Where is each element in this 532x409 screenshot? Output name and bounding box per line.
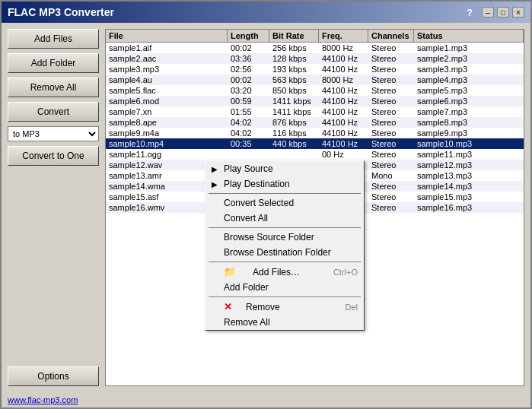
footer-link[interactable]: www.flac-mp3.com (8, 395, 78, 404)
convert-button[interactable]: Convert (8, 102, 99, 122)
cm-convert-all[interactable]: Convert All (205, 211, 364, 226)
cell-length: 04:02 (228, 128, 269, 138)
table-row[interactable]: sample9.m4a 04:02 116 kbps 44100 Hz Ster… (106, 128, 524, 138)
format-select[interactable]: to MP3 to FLAC to WAV to AAC (8, 126, 99, 141)
add-folder-button[interactable]: Add Folder (8, 53, 99, 73)
cell-status: sample7.mp3 (414, 106, 524, 117)
table-row[interactable]: sample3.mp3 02:56 193 kbps 44100 Hz Ster… (106, 64, 524, 75)
col-freq[interactable]: Freq. (319, 30, 368, 42)
cm-add-folder[interactable]: Add Folder (205, 280, 364, 295)
cm-remove-all-label: Remove All (224, 317, 270, 328)
cell-file: sample7.xn (106, 106, 228, 117)
col-channels[interactable]: Channels (368, 30, 414, 42)
cm-browse-source[interactable]: Browse Source Folder (205, 230, 364, 245)
cell-bitrate (269, 154, 319, 155)
cm-separator-4 (209, 296, 361, 297)
cm-separator-3 (209, 262, 361, 262)
col-status[interactable]: Status (414, 30, 524, 42)
cell-channels: Stereo (368, 43, 414, 53)
remove-all-button[interactable]: Remove All (8, 78, 99, 97)
cell-channels: Stereo (368, 106, 414, 117)
cm-play-source[interactable]: ▶ Play Source (205, 161, 364, 176)
options-button[interactable]: Options (8, 366, 99, 386)
cm-add-files[interactable]: 📁 Add Files… Ctrl+O (205, 264, 364, 280)
cell-bitrate: 850 kbps (269, 85, 319, 96)
table-row[interactable]: sample8.ape 04:02 876 kbps 44100 Hz Ster… (106, 117, 524, 128)
cm-remove[interactable]: ✕ Remove Del (205, 299, 364, 315)
cell-bitrate: 128 kbps (269, 53, 319, 64)
main-window: FLAC MP3 Converter ? – □ × Add Files Add… (0, 0, 532, 409)
cm-browse-source-label: Browse Source Folder (224, 232, 314, 243)
cm-convert-selected[interactable]: Convert Selected (205, 195, 364, 211)
cell-status: sample2.mp3 (414, 53, 524, 64)
table-row[interactable]: sample10.mp4 00:35 440 kbps 44100 Hz Ste… (106, 138, 524, 149)
footer: www.flac-mp3.com (2, 392, 530, 407)
table-row[interactable]: sample6.mod 00:59 1411 kbps 44100 Hz Ste… (106, 96, 524, 106)
cell-file: sample3.mp3 (106, 64, 228, 75)
cell-length: 01:55 (228, 106, 269, 117)
cm-add-files-shortcut: Ctrl+O (333, 268, 358, 277)
cm-remove-shortcut: Del (345, 303, 358, 312)
cm-play-destination[interactable]: ▶ Play Destination (205, 176, 364, 192)
cell-channels: Stereo (368, 149, 414, 160)
cell-channels: Stereo (368, 75, 414, 85)
table-row[interactable]: sample4.au 00:02 563 kbps 8000 Hz Stereo… (106, 75, 524, 85)
table-row[interactable]: sample1.aif 00:02 256 kbps 8000 Hz Stere… (106, 43, 524, 53)
maximize-button[interactable]: □ (497, 7, 509, 17)
title-bar-buttons: ? – □ × (467, 7, 524, 18)
add-files-folder-icon: 📁 (224, 266, 236, 277)
table-header: File Length Bit Rate Freq. Channels Stat… (106, 30, 524, 43)
cell-status: sample14.mp3 (414, 181, 524, 192)
cell-channels: Mono (368, 170, 414, 181)
col-length[interactable]: Length (228, 30, 269, 42)
add-files-button[interactable]: Add Files (8, 29, 99, 49)
close-button[interactable]: × (512, 7, 524, 17)
format-select-row: to MP3 to FLAC to WAV to AAC (8, 126, 99, 141)
cell-length: 00:02 (228, 75, 269, 85)
col-file[interactable]: File (106, 30, 228, 42)
cell-bitrate: 1411 kbps (269, 106, 319, 117)
table-row[interactable]: sample11.ogg 00 Hz Stereo sample11.mp3 (106, 149, 524, 160)
cell-file: sample4.au (106, 75, 228, 85)
cell-channels: Stereo (368, 160, 414, 170)
cell-bitrate: 876 kbps (269, 117, 319, 128)
cm-browse-destination-label: Browse Destination Folder (224, 247, 331, 258)
cm-browse-destination[interactable]: Browse Destination Folder (205, 245, 364, 260)
cm-add-folder-label: Add Folder (224, 282, 269, 293)
cell-file: sample6.mod (106, 96, 228, 106)
minimize-button[interactable]: – (482, 7, 494, 17)
cell-status: sample5.mp3 (414, 85, 524, 96)
cell-status: sample12.mp3 (414, 160, 524, 170)
cell-bitrate: 440 kbps (269, 138, 319, 149)
cell-status: sample13.mp3 (414, 170, 524, 181)
cm-separator-2 (209, 227, 361, 228)
cm-remove-label: Remove (246, 302, 280, 312)
table-row[interactable]: sample5.flac 03:20 850 kbps 44100 Hz Ste… (106, 85, 524, 96)
cell-freq: 8000 Hz (319, 43, 368, 53)
cell-freq: 44100 Hz (319, 96, 368, 106)
cell-length: 00:59 (228, 96, 269, 106)
cm-convert-selected-label: Convert Selected (224, 198, 294, 208)
cell-file: sample9.m4a (106, 128, 228, 138)
cm-remove-all[interactable]: Remove All (205, 315, 364, 330)
cell-status: sample11.mp3 (414, 149, 524, 160)
cell-status: sample6.mp3 (414, 96, 524, 106)
cell-length: 03:36 (228, 53, 269, 64)
cell-freq: 44100 Hz (319, 53, 368, 64)
cell-channels: Stereo (368, 85, 414, 96)
table-row[interactable]: sample7.xn 01:55 1411 kbps 44100 Hz Ster… (106, 106, 524, 117)
cell-status: sample3.mp3 (414, 64, 524, 75)
help-button[interactable]: ? (467, 7, 473, 18)
table-row[interactable]: sample2.aac 03:36 128 kbps 44100 Hz Ster… (106, 53, 524, 64)
convert-to-one-button[interactable]: Convert to One (8, 146, 99, 166)
cell-file: sample2.aac (106, 53, 228, 64)
cell-freq: 44100 Hz (319, 128, 368, 138)
cell-freq: 44100 Hz (319, 106, 368, 117)
cell-channels: Stereo (368, 138, 414, 149)
cell-bitrate: 1411 kbps (269, 96, 319, 106)
cell-length: 03:20 (228, 85, 269, 96)
cell-freq: 44100 Hz (319, 85, 368, 96)
title-bar: FLAC MP3 Converter ? – □ × (2, 2, 530, 23)
col-bitrate[interactable]: Bit Rate (269, 30, 319, 42)
window-title: FLAC MP3 Converter (8, 6, 114, 18)
